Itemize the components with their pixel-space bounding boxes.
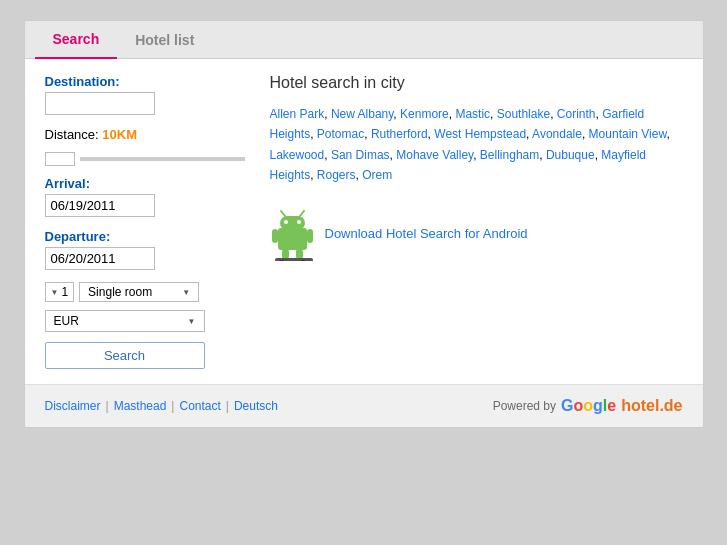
footer-separator: | [171, 399, 174, 413]
search-button[interactable]: Search [45, 342, 205, 369]
footer-link[interactable]: Contact [179, 399, 220, 413]
footer-link[interactable]: Disclaimer [45, 399, 101, 413]
arrival-label: Arrival: [45, 176, 245, 191]
departure-input[interactable] [45, 247, 155, 270]
android-icon [270, 206, 315, 261]
svg-rect-1 [280, 216, 305, 230]
hotel-de-logo: hotel.de [621, 397, 682, 415]
right-panel: Hotel search in city Allen Park, New Alb… [255, 74, 693, 369]
departure-field: Departure: [45, 229, 245, 270]
powered-by-text: Powered by [493, 399, 556, 413]
city-link[interactable]: Mohave Valley [396, 148, 473, 162]
slider-checkbox[interactable] [45, 152, 75, 166]
svg-rect-9 [296, 249, 303, 259]
city-link[interactable]: Southlake [497, 107, 550, 121]
destination-field: Destination: [45, 74, 245, 115]
city-link[interactable]: Rogers [317, 168, 356, 182]
distance-value: 10KM [102, 127, 137, 142]
tab-hotel-list[interactable]: Hotel list [117, 21, 212, 58]
count-arrow-left: ▼ [51, 288, 59, 297]
svg-point-3 [297, 220, 301, 224]
svg-line-4 [281, 211, 285, 216]
tabs-bar: Search Hotel list [25, 21, 703, 59]
city-link[interactable]: Lakewood [270, 148, 325, 162]
svg-rect-6 [272, 229, 278, 243]
room-count-value: 1 [61, 285, 68, 299]
city-link[interactable]: San Dimas [331, 148, 390, 162]
arrival-input[interactable] [45, 194, 155, 217]
svg-point-2 [284, 220, 288, 224]
android-section: Download Hotel Search for Android [270, 206, 678, 261]
svg-rect-7 [307, 229, 313, 243]
distance-label: Distance: [45, 127, 99, 142]
city-link[interactable]: Avondale [532, 127, 582, 141]
room-type-arrow: ▼ [182, 288, 190, 297]
tab-search[interactable]: Search [35, 21, 118, 59]
main-container: Search Hotel list Destination: Distance:… [24, 20, 704, 428]
city-link[interactable]: Mountain View [589, 127, 667, 141]
city-link[interactable]: Corinth [557, 107, 596, 121]
city-link[interactable]: New Albany [331, 107, 393, 121]
svg-rect-0 [278, 228, 307, 250]
powered-by: Powered by Google hotel.de [493, 397, 683, 415]
city-link[interactable]: Dubuque [546, 148, 595, 162]
room-count-select[interactable]: ▼ 1 [45, 282, 75, 302]
distance-slider-row [45, 152, 245, 166]
room-type-select[interactable]: Single room ▼ [79, 282, 199, 302]
content-area: Destination: Distance: 10KM Arrival: Dep… [25, 59, 703, 384]
right-title: Hotel search in city [270, 74, 678, 92]
city-link[interactable]: Mastic [455, 107, 490, 121]
room-row: ▼ 1 Single room ▼ [45, 282, 245, 302]
currency-value: EUR [54, 314, 79, 328]
city-link[interactable]: Orem [362, 168, 392, 182]
footer: Disclaimer | Masthead | Contact | Deutsc… [25, 384, 703, 427]
departure-label: Departure: [45, 229, 245, 244]
currency-arrow: ▼ [188, 317, 196, 326]
android-download-link[interactable]: Download Hotel Search for Android [325, 226, 528, 241]
room-type-label: Single room [88, 285, 152, 299]
city-link[interactable]: Kenmore [400, 107, 449, 121]
city-link[interactable]: Rutherford [371, 127, 428, 141]
distance-slider[interactable] [80, 157, 245, 161]
footer-link[interactable]: Deutsch [234, 399, 278, 413]
currency-select[interactable]: EUR ▼ [45, 310, 205, 332]
destination-input[interactable] [45, 92, 155, 115]
city-links: Allen Park, New Albany, Kenmore, Mastic,… [270, 104, 678, 186]
footer-separator: | [106, 399, 109, 413]
footer-separator: | [226, 399, 229, 413]
footer-links: Disclaimer | Masthead | Contact | Deutsc… [45, 399, 278, 413]
city-link[interactable]: Bellingham [480, 148, 539, 162]
svg-rect-8 [282, 249, 289, 259]
distance-row: Distance: 10KM [45, 127, 245, 142]
arrival-field: Arrival: [45, 176, 245, 217]
footer-link[interactable]: Masthead [114, 399, 167, 413]
city-link[interactable]: Potomac [317, 127, 364, 141]
left-panel: Destination: Distance: 10KM Arrival: Dep… [35, 74, 255, 369]
svg-line-5 [300, 211, 304, 216]
google-logo: Google [561, 397, 616, 415]
city-link[interactable]: West Hempstead [434, 127, 526, 141]
city-link[interactable]: Allen Park [270, 107, 325, 121]
destination-label: Destination: [45, 74, 245, 89]
